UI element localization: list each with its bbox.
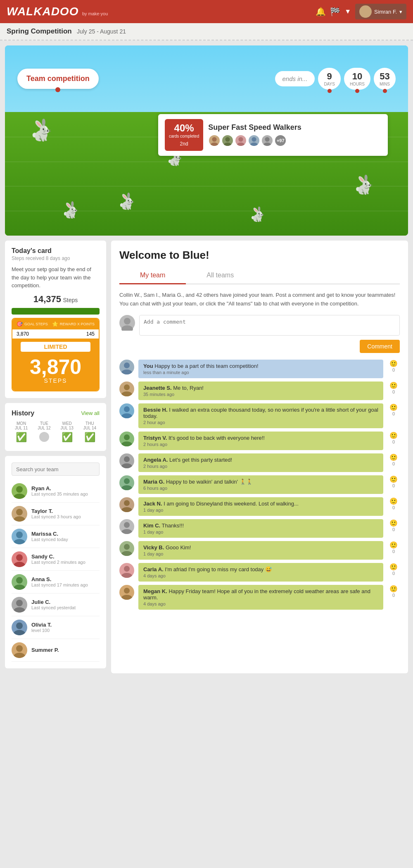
svg-point-39 — [121, 463, 132, 468]
msg-like[interactable]: 🙂 0 — [387, 382, 400, 394]
mins-count: 53 — [380, 71, 390, 82]
todays-card-section: Today's card Steps received 8 days ago M… — [5, 241, 106, 398]
user-dropdown-icon[interactable]: ▾ — [399, 9, 402, 15]
svg-point-27 — [14, 653, 25, 658]
rabbit-5: 🐇 — [249, 206, 267, 222]
team-avatars: +97 — [208, 134, 381, 147]
svg-point-16 — [16, 532, 23, 538]
svg-point-31 — [121, 370, 132, 374]
tab-all-teams[interactable]: All teams — [186, 267, 254, 284]
svg-point-48 — [124, 566, 130, 572]
history-title: History — [12, 410, 34, 417]
member-status: Last synced 17 minutes ago — [31, 582, 100, 587]
like-count: 0 — [392, 367, 395, 372]
msg-like[interactable]: 🙂 0 — [387, 541, 400, 554]
svg-point-19 — [14, 562, 25, 567]
comment-button[interactable]: Comment — [360, 340, 400, 353]
svg-point-32 — [124, 384, 130, 390]
msg-like[interactable]: 🙂 0 — [387, 563, 400, 576]
msg-text: It's good to be back with everyone here!… — [169, 435, 265, 441]
list-item: Taylor T. Last synced 3 hours ago — [12, 503, 100, 525]
history-day-mon: MON JUL 11 ✅ — [12, 421, 31, 444]
msg-time: 1 day ago — [143, 551, 378, 556]
member-name: Sandy C. — [31, 553, 100, 560]
team-avatar-1 — [208, 134, 221, 147]
svg-point-36 — [124, 434, 130, 440]
like-icon: 🙂 — [389, 497, 398, 505]
svg-point-45 — [121, 529, 132, 534]
svg-point-24 — [16, 622, 23, 629]
avatar — [359, 5, 372, 18]
team-competition-cloud: Team competition — [17, 69, 99, 89]
view-all-link[interactable]: View all — [81, 410, 100, 416]
search-input[interactable] — [16, 466, 95, 472]
racing-flag-icon[interactable]: 🏁 — [330, 7, 340, 17]
svg-point-30 — [124, 362, 130, 368]
msg-time: 4 days ago — [143, 601, 378, 606]
member-avatar-sandy — [12, 551, 27, 567]
goal-card-header: 🎯 GOAL STEPS ⭐ REWARD X POINTS — [12, 319, 99, 329]
bell-icon[interactable]: 🔔 — [316, 7, 326, 17]
user-name: Simran F. — [374, 9, 397, 15]
msg-time: 2 hours ago — [143, 464, 378, 469]
member-info-marissa: Marissa C. Last synced today — [31, 531, 100, 542]
team-members-section: Ryan A. Last synced 35 minutes ago Taylo… — [5, 456, 106, 668]
like-icon: 🙂 — [389, 403, 398, 411]
like-icon: 🙂 — [389, 432, 398, 439]
card-subtitle: Steps received 8 days ago — [12, 255, 100, 261]
message-item: Jeanette S. Me to, Ryan! 35 minutes ago … — [119, 382, 400, 400]
member-info-taylor: Taylor T. Last synced 3 hours ago — [31, 508, 100, 519]
member-avatar-taylor — [12, 506, 27, 522]
user-badge[interactable]: Simran F. ▾ — [355, 4, 406, 19]
search-wrap[interactable] — [12, 463, 100, 476]
msg-avatar-tristyn — [119, 432, 134, 446]
msg-like[interactable]: 🙂 0 — [387, 519, 400, 532]
msg-like[interactable]: 🙂 0 — [387, 403, 400, 416]
msg-like[interactable]: 🙂 0 — [387, 475, 400, 488]
info-text: Collin W., Sam I., Maria G., and 42 othe… — [119, 291, 400, 308]
orange-card-body: LIMITED 3,870 STEPS — [12, 339, 99, 391]
member-name: Anna S. — [31, 576, 100, 582]
msg-name: Jack N. — [143, 501, 162, 507]
msg-bubble-you: You Happy to be a part of this team comp… — [138, 360, 383, 378]
like-count: 0 — [392, 389, 395, 394]
message-item: Kim C. Thanks!!! 1 day ago 🙂 0 — [119, 519, 400, 538]
breadcrumb: Spring Competition July 25 - August 21 — [0, 23, 413, 41]
like-icon: 🙂 — [389, 360, 398, 367]
msg-text: Happy Friday team! Hope all of you in th… — [143, 588, 370, 601]
msg-like[interactable]: 🙂 0 — [387, 585, 400, 598]
svg-point-42 — [124, 500, 130, 506]
msg-time: 1 day ago — [143, 508, 378, 513]
svg-point-41 — [121, 485, 132, 490]
mins-label: MINS — [380, 82, 390, 86]
team-avatar-4 — [248, 134, 260, 147]
svg-point-23 — [14, 607, 25, 613]
right-column: Welcome to Blue! My team All teams Colli… — [111, 241, 408, 673]
msg-like[interactable]: 🙂 0 — [387, 497, 400, 510]
tab-my-team[interactable]: My team — [119, 267, 186, 284]
svg-point-35 — [121, 413, 132, 418]
competition-title: Spring Competition — [7, 27, 72, 35]
msg-avatar-you — [119, 360, 134, 374]
msg-avatar-carla — [119, 563, 134, 578]
msg-text: Gooo Kim! — [166, 544, 191, 551]
msg-bubble-angela: Angela A. Let's get this party started! … — [138, 453, 383, 472]
member-info-summer: Summer P. — [31, 647, 100, 653]
msg-name-you: You — [143, 363, 153, 369]
svg-point-49 — [121, 573, 132, 578]
like-count: 0 — [392, 483, 395, 488]
msg-avatar-maria — [119, 475, 134, 490]
msg-text: Happy to be walkin' and talkin' 🚶🚶 — [166, 479, 253, 485]
msg-like-you[interactable]: 🙂 0 — [387, 360, 400, 372]
msg-bubble-tristyn: Tristyn V. It's good to be back with eve… — [138, 432, 383, 450]
msg-like[interactable]: 🙂 0 — [387, 453, 400, 466]
hours-count: 10 — [350, 71, 365, 82]
like-icon: 🙂 — [389, 453, 398, 461]
comment-textarea[interactable] — [139, 315, 400, 336]
msg-name: Kim C. — [143, 522, 160, 529]
history-day-tue: TUE JUL 12 — [34, 421, 54, 444]
tabs: My team All teams — [119, 267, 400, 284]
big-steps-label: STEPS — [12, 377, 99, 384]
msg-like[interactable]: 🙂 0 — [387, 432, 400, 444]
settings-icon[interactable]: ▼ — [344, 8, 351, 15]
